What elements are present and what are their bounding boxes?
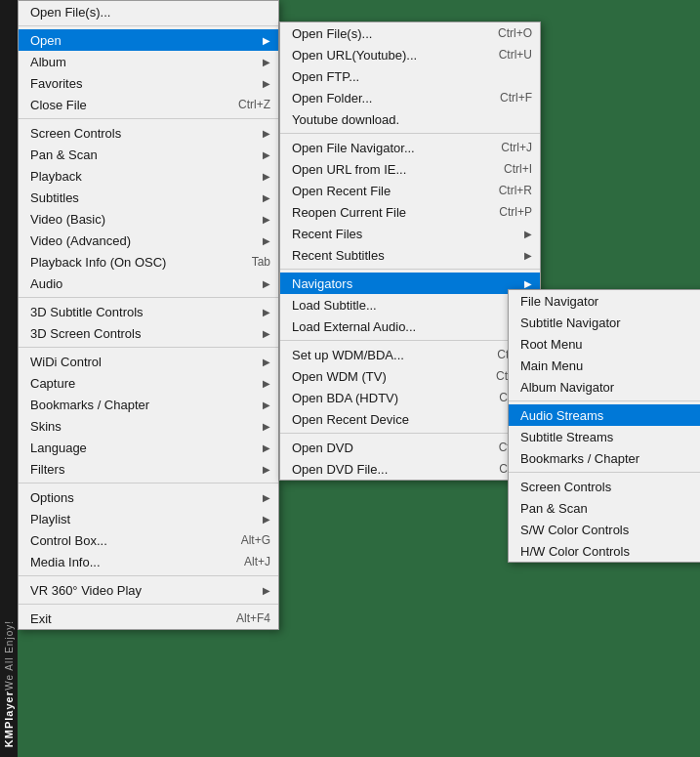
menu-item-open-file-navigator[interactable]: Open File Navigator...Ctrl+J [280,137,540,158]
menu-item-open-url-youtube[interactable]: Open URL(Youtube)...Ctrl+U [280,44,540,65]
menu-item-video-basic[interactable]: Video (Basic)▶ [19,208,278,230]
menu-item-subtitle-streams[interactable]: Subtitle Streams [509,426,700,447]
submenu-arrow-bookmarks: ▶ [263,400,270,410]
menu-item-label-open-file-navigator: Open File Navigator... [292,141,481,155]
menu-item-open-recent-file[interactable]: Open Recent FileCtrl+R [280,180,540,201]
menu-item-widi[interactable]: WiDi Control▶ [19,351,278,372]
menu-item-label-control-box: Control Box... [30,533,222,548]
submenu-arrow-screen-controls: ▶ [263,128,270,139]
menu-item-sw-color-controls[interactable]: S/W Color Controls [509,519,700,540]
menu-item-open-files[interactable]: Open File(s)...Ctrl+O [280,22,540,44]
menu-item-album[interactable]: Album▶ [19,51,278,72]
menu-item-pan-scan[interactable]: Pan & Scan [509,497,700,519]
submenu-arrow-pan-scan: ▶ [263,149,270,160]
menu-item-label-open-files: Open File(s)... [292,26,478,41]
submenu-arrow-filters: ▶ [263,464,270,475]
shortcut-exit: Alt+F4 [236,611,270,625]
menu-item-screen-controls[interactable]: Screen Controls [509,476,700,497]
shortcut-close-file: Ctrl+Z [238,98,270,111]
shortcut-open-url-ie: Ctrl+I [504,162,532,176]
menu-item-label-open: Open [30,33,255,48]
menu-item-video-advanced[interactable]: Video (Advanced)▶ [19,230,278,251]
menu-item-label-playlist: Playlist [30,512,255,526]
menu-item-file-navigator[interactable]: File Navigator [509,290,700,312]
menu-item-reopen-current[interactable]: Reopen Current FileCtrl+P [280,201,540,223]
menu-item-playback[interactable]: Playback▶ [19,165,278,187]
menu-item-skins[interactable]: Skins▶ [19,415,278,437]
menu-column-2: Open File(s)...Ctrl+OOpen URL(Youtube)..… [279,21,541,481]
menu-item-open-wdm[interactable]: Open WDM (TV)Ctrl+W [280,365,540,387]
menu-item-setup-wdm[interactable]: Set up WDM/BDA...Ctrl+M [280,344,540,365]
menu-item-favorites[interactable]: Favorites▶ [19,72,278,94]
menu-item-filters[interactable]: Filters▶ [19,458,278,480]
menu-item-load-external-audio[interactable]: Load External Audio... [280,315,540,337]
menu-item-main-menu[interactable]: Main Menu [509,355,700,376]
menu-item-navigators[interactable]: Navigators▶ [280,273,540,294]
submenu-arrow-playlist: ▶ [263,514,270,525]
menu-item-bookmarks-chapter[interactable]: Bookmarks / Chapter [509,447,700,469]
menu-item-exit[interactable]: ExitAlt+F4 [19,608,278,629]
menu-item-label-subtitle-streams: Subtitle Streams [520,430,700,444]
menu-item-screen-controls[interactable]: Screen Controls▶ [19,122,278,144]
separator [280,133,540,134]
menu-item-capture[interactable]: Capture▶ [19,372,278,394]
menu-item-media-info[interactable]: Media Info...Alt+J [19,551,278,572]
menu-item-label-screen-controls: Screen Controls [30,126,255,141]
menu-item-options[interactable]: Options▶ [19,486,278,508]
menu-item-audio[interactable]: Audio▶ [19,273,278,294]
menu-item-label-navigators: Navigators [292,276,516,291]
menu-item-audio-streams[interactable]: Audio Streams [509,404,700,426]
menu-item-open-url-ie[interactable]: Open URL from IE...Ctrl+I [280,158,540,180]
menu-item-root-menu[interactable]: Root Menu [509,333,700,355]
separator [19,118,278,119]
menu-item-playback-info[interactable]: Playback Info (On OSC)Tab [19,251,278,273]
menu-item-label-bookmarks: Bookmarks / Chapter [30,398,255,412]
menu-item-label-hw-color-controls: H/W Color Controls [520,544,700,559]
submenu-arrow-album: ▶ [263,57,270,67]
menu-item-open-ftp[interactable]: Open FTP... [280,65,540,87]
menu-item-youtube-download[interactable]: Youtube download. [280,108,540,130]
menu-item-label-3d-screen: 3D Screen Controls [30,326,255,341]
menu-item-3d-subtitle[interactable]: 3D Subtitle Controls▶ [19,301,278,322]
menu-item-open-folder[interactable]: Open Folder...Ctrl+F [280,87,540,108]
menu-item-label-album: Album [30,55,255,69]
submenu-arrow-capture: ▶ [263,378,270,389]
shortcut-open-recent-file: Ctrl+R [499,184,532,197]
menu-item-open-dvd[interactable]: Open DVDCtrl+D [280,437,540,458]
menu-item-subtitle-navigator[interactable]: Subtitle Navigator [509,312,700,333]
menu-item-album-navigator[interactable]: Album Navigator [509,376,700,398]
menu-item-open-files-top[interactable]: Open File(s)... [19,1,278,22]
menu-item-recent-subtitles[interactable]: Recent Subtitles▶ [280,244,540,266]
menu-item-3d-screen[interactable]: 3D Screen Controls▶ [19,322,278,344]
menu-item-label-favorites: Favorites [30,76,255,91]
menu-item-playlist[interactable]: Playlist▶ [19,508,278,529]
menu-item-hw-color-controls[interactable]: H/W Color Controls [509,540,700,562]
submenu-arrow-options: ▶ [263,492,270,503]
separator [19,297,278,298]
menu-item-label-main-menu: Main Menu [520,358,700,373]
menu-item-label-subtitle-navigator: Subtitle Navigator [520,315,700,330]
menu-item-close-file[interactable]: Close FileCtrl+Z [19,94,278,115]
menu-item-vr360[interactable]: VR 360° Video Play▶ [19,579,278,601]
menu-item-bookmarks[interactable]: Bookmarks / Chapter▶ [19,394,278,415]
menu-item-label-load-external-audio: Load External Audio... [292,319,532,334]
menu-item-label-skins: Skins [30,419,255,434]
menu-item-label-3d-subtitle: 3D Subtitle Controls [30,305,255,319]
menu-item-open[interactable]: Open▶ [19,29,278,51]
menu-item-open-recent-device[interactable]: Open Recent Device [280,408,540,430]
menu-item-control-box[interactable]: Control Box...Alt+G [19,529,278,551]
menu-item-load-subtitle[interactable]: Load Subtitle... [280,294,540,315]
submenu-arrow-favorites: ▶ [263,78,270,89]
menu-item-open-dvd-file[interactable]: Open DVD File...Ctrl+V [280,458,540,480]
menu-item-open-bda[interactable]: Open BDA (HDTV)Ctrl+B [280,387,540,408]
menu-item-language[interactable]: Language▶ [19,437,278,458]
menu-item-label-bookmarks-chapter: Bookmarks / Chapter [520,451,700,466]
menu-item-pan-scan[interactable]: Pan & Scan▶ [19,144,278,165]
menu-item-label-audio-streams: Audio Streams [520,408,700,423]
submenu-arrow-widi: ▶ [263,357,270,367]
menu-item-subtitles[interactable]: Subtitles▶ [19,187,278,208]
separator [19,575,278,576]
menu-item-recent-files[interactable]: Recent Files▶ [280,223,540,244]
submenu-arrow-skins: ▶ [263,421,270,432]
separator [509,472,700,473]
